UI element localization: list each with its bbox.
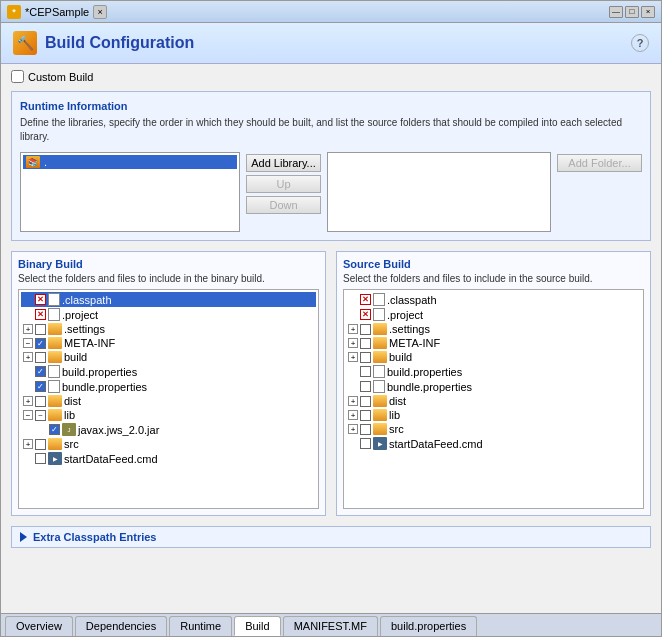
tree-item[interactable]: +.settings	[346, 322, 641, 336]
tree-checkbox[interactable]: ✓	[49, 424, 60, 435]
runtime-inner: 📚 . Add Library... Up Down Add Folder...	[20, 152, 642, 232]
tree-item-label: javax.jws_2.0.jar	[78, 424, 159, 436]
add-folder-button[interactable]: Add Folder...	[557, 154, 642, 172]
tree-checkbox[interactable]: ✓	[35, 366, 46, 377]
tree-item[interactable]: +META-INF	[346, 336, 641, 350]
expand-btn[interactable]: +	[348, 424, 358, 434]
page-title: Build Configuration	[45, 34, 194, 52]
tab-manifest-mf[interactable]: MANIFEST.MF	[283, 616, 378, 636]
tree-checkbox[interactable]: ✓	[35, 381, 46, 392]
tree-item[interactable]: ✕.classpath	[21, 292, 316, 307]
tree-item[interactable]: +src	[21, 437, 316, 451]
expand-btn[interactable]: +	[23, 396, 33, 406]
tree-item[interactable]: ▶startDataFeed.cmd	[21, 451, 316, 466]
file-icon	[48, 365, 60, 378]
folder-icon	[373, 323, 387, 335]
tree-checkbox[interactable]: ✕	[360, 294, 371, 305]
folder-list[interactable]	[327, 152, 551, 232]
tree-item[interactable]: −−lib	[21, 408, 316, 422]
tab-overview[interactable]: Overview	[5, 616, 73, 636]
tab-build[interactable]: Build	[234, 616, 280, 636]
custom-build-checkbox[interactable]	[11, 70, 24, 83]
tree-checkbox[interactable]: ✕	[360, 309, 371, 320]
tab-runtime[interactable]: Runtime	[169, 616, 232, 636]
tree-item-label: dist	[64, 395, 81, 407]
close-btn[interactable]: ×	[641, 6, 655, 18]
minimize-btn[interactable]: —	[609, 6, 623, 18]
extra-classpath-section[interactable]: Extra Classpath Entries	[11, 526, 651, 548]
tree-item[interactable]: ✕.project	[346, 307, 641, 322]
expand-btn[interactable]: +	[348, 324, 358, 334]
add-library-button[interactable]: Add Library...	[246, 154, 321, 172]
tree-item[interactable]: ✓bundle.properties	[21, 379, 316, 394]
binary-build-tree[interactable]: ✕.classpath✕.project+.settings−✓META-INF…	[18, 289, 319, 509]
file-icon	[48, 293, 60, 306]
tree-item-label: .settings	[64, 323, 105, 335]
library-list[interactable]: 📚 .	[20, 152, 240, 232]
tree-checkbox[interactable]: −	[35, 410, 46, 421]
tree-checkbox[interactable]	[360, 324, 371, 335]
maximize-btn[interactable]: □	[625, 6, 639, 18]
tree-item-label: .classpath	[387, 294, 437, 306]
tree-item[interactable]: ✕.project	[21, 307, 316, 322]
tree-checkbox[interactable]: ✓	[35, 338, 46, 349]
tree-item-label: .project	[62, 309, 98, 321]
expand-btn[interactable]: +	[23, 439, 33, 449]
tree-item[interactable]: ▶startDataFeed.cmd	[346, 436, 641, 451]
tree-item[interactable]: +dist	[21, 394, 316, 408]
tree-checkbox[interactable]: ✕	[35, 294, 46, 305]
tree-checkbox[interactable]	[360, 396, 371, 407]
expand-btn[interactable]: +	[23, 324, 33, 334]
tree-checkbox[interactable]: ✕	[35, 309, 46, 320]
tab-close-btn[interactable]: ×	[93, 5, 107, 19]
tree-checkbox[interactable]	[35, 453, 46, 464]
expand-btn[interactable]: +	[348, 396, 358, 406]
tree-item[interactable]: +build	[346, 350, 641, 364]
tab-dependencies[interactable]: Dependencies	[75, 616, 167, 636]
expand-btn[interactable]: +	[348, 410, 358, 420]
tree-item-label: .project	[387, 309, 423, 321]
tree-checkbox[interactable]	[360, 352, 371, 363]
tree-item-label: build	[64, 351, 87, 363]
tree-checkbox[interactable]	[35, 396, 46, 407]
tree-checkbox[interactable]	[35, 352, 46, 363]
expand-btn[interactable]: +	[23, 352, 33, 362]
tree-item[interactable]: ✓build.properties	[21, 364, 316, 379]
tree-checkbox[interactable]	[360, 424, 371, 435]
up-button[interactable]: Up	[246, 175, 321, 193]
expand-btn[interactable]: +	[348, 352, 358, 362]
tree-item-label: build.properties	[62, 366, 137, 378]
folder-icon	[373, 409, 387, 421]
tree-item[interactable]: +dist	[346, 394, 641, 408]
tree-item[interactable]: +src	[346, 422, 641, 436]
tree-item[interactable]: bundle.properties	[346, 379, 641, 394]
tree-item[interactable]: ✓Jjavax.jws_2.0.jar	[21, 422, 316, 437]
tree-checkbox[interactable]	[35, 324, 46, 335]
expand-placeholder	[23, 295, 33, 305]
folder-icon	[48, 337, 62, 349]
tree-item[interactable]: −✓META-INF	[21, 336, 316, 350]
tree-checkbox[interactable]	[360, 438, 371, 449]
collapse-btn[interactable]: −	[23, 338, 33, 348]
help-button[interactable]: ?	[631, 34, 649, 52]
folder-icon	[373, 337, 387, 349]
tree-item-label: bundle.properties	[387, 381, 472, 393]
expand-btn[interactable]: +	[348, 338, 358, 348]
library-item[interactable]: 📚 .	[23, 155, 237, 169]
collapse-btn[interactable]: −	[23, 410, 33, 420]
tab-build-properties[interactable]: build.properties	[380, 616, 477, 636]
tree-item[interactable]: +build	[21, 350, 316, 364]
tree-checkbox[interactable]	[360, 381, 371, 392]
tree-item[interactable]: +.settings	[21, 322, 316, 336]
tree-item[interactable]: +lib	[346, 408, 641, 422]
tree-item[interactable]: build.properties	[346, 364, 641, 379]
tree-checkbox[interactable]	[360, 410, 371, 421]
runtime-section-desc: Define the libraries, specify the order …	[20, 116, 642, 144]
down-button[interactable]: Down	[246, 196, 321, 214]
tree-checkbox[interactable]	[360, 366, 371, 377]
tree-checkbox[interactable]	[35, 439, 46, 450]
tree-item[interactable]: ✕.classpath	[346, 292, 641, 307]
source-build-tree[interactable]: ✕.classpath✕.project+.settings+META-INF+…	[343, 289, 644, 509]
tree-checkbox[interactable]	[360, 338, 371, 349]
custom-build-row: Custom Build	[11, 70, 651, 83]
